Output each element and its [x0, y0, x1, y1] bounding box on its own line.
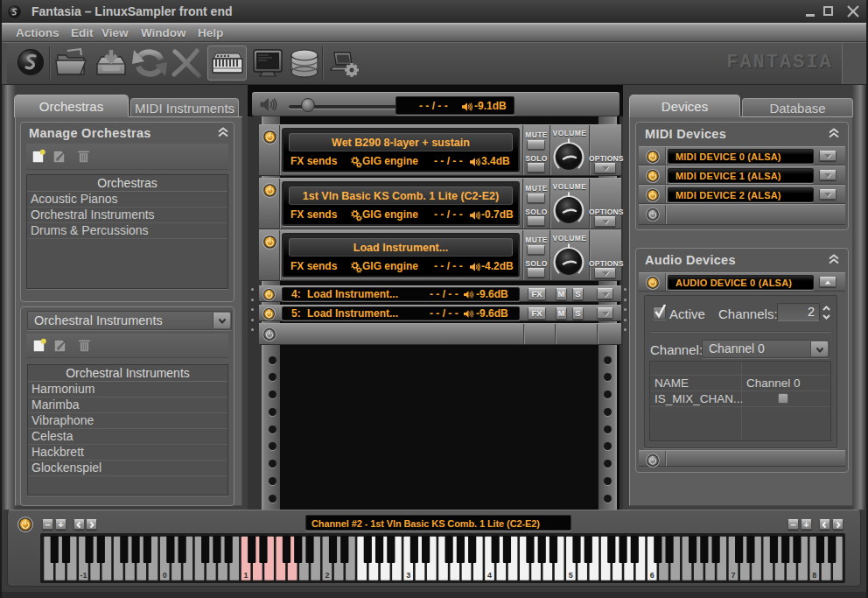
svg-text:1: 1 [244, 571, 248, 580]
svg-text:8: 8 [812, 571, 816, 580]
svg-text:7: 7 [732, 571, 736, 580]
svg-text:4: 4 [487, 571, 492, 580]
svg-text:-1: -1 [80, 571, 87, 580]
svg-text:5: 5 [569, 571, 573, 580]
svg-text:3: 3 [406, 571, 410, 580]
svg-text:2: 2 [325, 571, 329, 580]
svg-text:6: 6 [650, 571, 654, 580]
svg-text:0: 0 [163, 571, 167, 580]
